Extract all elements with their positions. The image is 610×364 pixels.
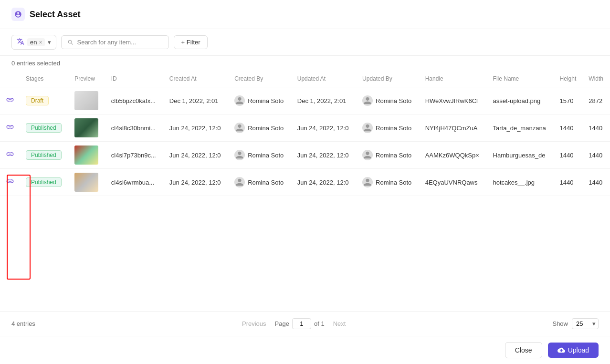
updated-by-cell: Romina Soto [357,87,420,114]
created-at-cell: Dec 1, 2022, 2:01 [164,87,229,114]
user-cell: Romina Soto [234,177,286,187]
created-at-cell: Jun 24, 2022, 12:0 [164,114,229,142]
col-select [0,71,20,87]
preview-cell [69,169,105,196]
page-input-wrap: Page of 1 [275,318,325,329]
preview-cell [69,87,105,114]
col-handle: Handle [420,71,487,87]
col-height: Height [554,71,583,87]
page-label: Page [275,320,289,327]
file-name-cell: Tarta_de_manzana [487,114,554,142]
avatar [362,150,373,160]
avatar [362,177,373,187]
created-by-cell: Romina Soto [229,142,292,169]
asset-icon [14,10,22,18]
stage-cell: Published [20,114,69,142]
col-created-at: Created At [164,71,229,87]
user-cell: Romina Soto [234,95,286,106]
page-number-input[interactable] [292,318,311,329]
show-select[interactable]: 25 50 100 [572,318,599,329]
preview-cell [69,114,105,142]
width-cell: 1440 [583,142,610,169]
table-container: Stages Preview ID Created At Created By … [0,71,610,311]
pagination: Previous Page of 1 Next [238,318,349,329]
col-updated-by: Updated By [357,71,420,87]
col-updated-at: Updated At [292,71,357,87]
file-name-cell: asset-upload.png [487,87,554,114]
avatar [362,123,373,133]
created-at-cell: Jun 24, 2022, 12:0 [164,169,229,196]
user-cell: Romina Soto [362,123,414,133]
col-width: Width [583,71,610,87]
created-at-cell: Jun 24, 2022, 12:0 [164,142,229,169]
row-link-icon[interactable] [6,152,14,160]
avatar [362,95,373,106]
table-row[interactable]: Publishedcl4sl7p73bn9c...Jun 24, 2022, 1… [0,142,610,169]
file-name-cell: Hamburguesas_de [487,142,554,169]
updated-by-cell: Romina Soto [357,114,420,142]
width-cell: 1440 [583,169,610,196]
filter-label: + Filter [181,39,200,46]
id-cell: cl4sl8c30bnmi... [105,114,164,142]
upload-label: Upload [568,346,589,354]
user-cell: Romina Soto [362,150,414,160]
upload-icon [557,346,565,354]
entries-count: 4 entries [11,320,35,327]
show-label: Show [552,320,568,327]
user-cell: Romina Soto [362,95,414,106]
row-link-icon[interactable] [6,97,14,105]
modal-header: Select Asset [0,0,610,29]
updated-at-cell: Jun 24, 2022, 12:0 [292,114,357,142]
col-stages: Stages [20,71,69,87]
updated-by-cell: Romina Soto [357,169,420,196]
row-icon-cell [0,169,20,196]
user-cell: Romina Soto [234,123,286,133]
row-link-icon[interactable] [6,125,14,133]
avatar [234,177,245,187]
assets-table: Stages Preview ID Created At Created By … [0,71,610,196]
row-link-icon[interactable] [6,179,14,187]
search-icon [67,39,74,46]
pagination-footer: 4 entries Previous Page of 1 Next Show 2… [0,311,610,336]
next-button[interactable]: Next [329,318,350,329]
search-input[interactable] [77,39,163,46]
lang-tag[interactable]: en × [27,38,45,46]
table-row[interactable]: Publishedcl4sl8c30bnmi...Jun 24, 2022, 1… [0,114,610,142]
language-selector[interactable]: en × ▾ [11,35,56,50]
updated-by-cell: Romina Soto [357,142,420,169]
avatar [234,123,245,133]
handle-cell: NYf4jH47QCmZuA [420,114,487,142]
lang-close-icon[interactable]: × [39,39,42,46]
id-cell: clb5bpzc0kafx... [105,87,164,114]
table-row[interactable]: Draftclb5bpzc0kafx...Dec 1, 2022, 2:01 R… [0,87,610,114]
filter-button[interactable]: + Filter [174,35,207,49]
prev-button[interactable]: Previous [238,318,270,329]
preview-image [74,146,98,165]
stage-cell: Published [20,142,69,169]
height-cell: 1570 [554,87,583,114]
col-id: ID [105,71,164,87]
stage-cell: Draft [20,87,69,114]
avatar [234,95,245,106]
of-label: of 1 [314,320,325,327]
stage-cell: Published [20,169,69,196]
id-cell: cl4sl7p73bn9c... [105,142,164,169]
updated-at-cell: Dec 1, 2022, 2:01 [292,87,357,114]
col-preview: Preview [69,71,105,87]
col-created-by: Created By [229,71,292,87]
chevron-down-icon[interactable]: ▾ [48,39,51,46]
page-title: Select Asset [30,10,80,20]
asset-icon-wrapper [11,8,25,21]
avatar [234,150,245,160]
upload-button[interactable]: Upload [548,343,599,358]
width-cell: 1440 [583,114,610,142]
entries-info: 0 entries selected [0,56,610,71]
handle-cell: AAMKz6WQQkSp× [420,142,487,169]
preview-cell [69,142,105,169]
table-row[interactable]: Publishedcl4sl6wrmbua...Jun 24, 2022, 12… [0,169,610,196]
preview-image [74,173,98,192]
user-cell: Romina Soto [362,177,414,187]
table-header-row: Stages Preview ID Created At Created By … [0,71,610,87]
translate-icon [17,38,24,47]
close-button[interactable]: Close [505,342,542,358]
